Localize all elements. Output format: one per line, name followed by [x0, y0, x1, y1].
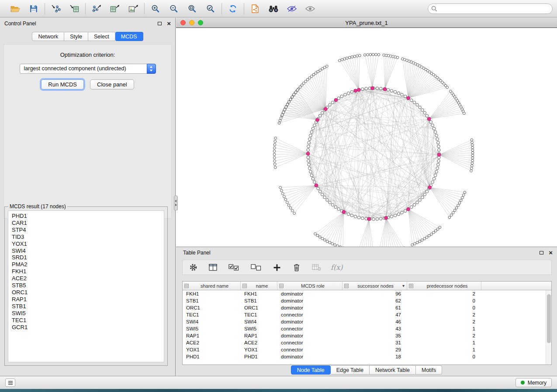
close-table-panel-icon[interactable]: × — [549, 251, 553, 255]
zoom-fit-icon[interactable] — [187, 3, 198, 14]
table-cell: RAP1 — [183, 332, 241, 339]
mcds-result-title: MCDS result (17 nodes) — [8, 203, 67, 210]
delete-column-icon[interactable] — [291, 262, 302, 273]
mcds-result-item[interactable]: GCR1 — [8, 324, 164, 331]
export-table-icon[interactable] — [109, 3, 121, 14]
memory-button-label: Memory — [528, 380, 547, 386]
tab-select[interactable]: Select — [88, 32, 115, 41]
binoculars-icon[interactable] — [268, 3, 279, 14]
mcds-result-item[interactable]: FKH1 — [8, 268, 164, 275]
minimize-window-icon[interactable] — [189, 20, 194, 25]
maximize-window-icon[interactable] — [198, 20, 203, 25]
column-grid-icon — [344, 284, 349, 288]
table-tab-network-table[interactable]: Network Table — [370, 365, 416, 375]
zoom-out-icon[interactable] — [168, 3, 180, 14]
deselect-all-rows-icon[interactable] — [249, 262, 263, 273]
table-cell: SWI4 — [241, 318, 277, 325]
run-mcds-button[interactable]: Run MCDS — [41, 79, 84, 89]
close-window-icon[interactable] — [180, 20, 186, 25]
mcds-result-item[interactable]: CAR1 — [8, 220, 164, 227]
share-document-icon[interactable] — [249, 3, 261, 14]
add-column-icon[interactable] — [272, 262, 282, 273]
save-icon[interactable] — [28, 3, 39, 14]
mcds-result-item[interactable]: STP4 — [8, 227, 164, 234]
table-row[interactable]: SWI4SWI4dominator462 — [183, 318, 546, 325]
column-header-successor-nodes[interactable]: successor nodes▾ — [343, 282, 407, 290]
table-scrollbar[interactable] — [546, 290, 551, 364]
mcds-result-item[interactable]: PHD1 — [8, 213, 164, 220]
column-label: name — [247, 283, 277, 289]
hide-details-icon[interactable] — [286, 3, 298, 14]
table-row[interactable]: STB1STB1dominator620 — [183, 297, 546, 304]
table-row[interactable]: ORC1ORC1dominator610 — [183, 304, 546, 311]
import-network-icon[interactable] — [50, 3, 62, 14]
table-row[interactable]: TEC1TEC1connector472 — [183, 311, 546, 318]
tab-style[interactable]: Style — [64, 32, 88, 41]
mcds-result-item[interactable]: SWI4 — [8, 248, 164, 254]
mcds-result-item[interactable]: TID3 — [8, 234, 164, 241]
mcds-result-item[interactable]: SWI5 — [8, 310, 164, 317]
mcds-result-item[interactable]: STB5 — [8, 282, 164, 289]
open-folder-icon[interactable] — [10, 3, 21, 14]
column-header-name[interactable]: name — [241, 282, 277, 290]
table-cell: PHD1 — [241, 353, 277, 360]
mcds-result-item[interactable]: STB1 — [8, 303, 164, 310]
mcds-result-item[interactable]: TEC1 — [8, 317, 164, 324]
table-row[interactable]: ACE2ACE2connector311 — [183, 339, 546, 346]
control-panel-header: Control Panel × — [0, 18, 175, 29]
table-cell: ORC1 — [241, 304, 277, 311]
table-row[interactable]: FKH1FKH1dominator962 — [183, 290, 546, 297]
memory-button[interactable]: Memory — [515, 378, 552, 387]
refresh-icon[interactable] — [227, 3, 239, 14]
show-details-icon[interactable] — [304, 3, 316, 14]
zoom-in-icon[interactable] — [150, 3, 161, 14]
column-header-MCDS-role[interactable]: MCDS role — [277, 282, 343, 290]
table-tab-node-table[interactable]: Node Table — [291, 365, 331, 375]
mcds-result-item[interactable]: PMA2 — [8, 261, 164, 268]
tab-network[interactable]: Network — [32, 32, 64, 41]
criterion-dropdown[interactable]: largest connected component (undirected) — [20, 64, 156, 74]
table-tabs: Node TableEdge TableNetwork TableMotifs — [176, 365, 557, 375]
table-scrollbar-thumb[interactable] — [547, 294, 551, 343]
close-panel-button[interactable]: Close panel — [90, 79, 134, 89]
zoom-selected-icon[interactable] — [205, 3, 216, 14]
table-row[interactable]: YOX1YOX1connector291 — [183, 346, 546, 353]
criterion-dropdown-value: largest connected component (undirected) — [20, 64, 156, 73]
panel-splitter-handle[interactable] — [174, 196, 178, 210]
close-panel-icon[interactable]: × — [167, 21, 171, 26]
main-toolbar — [0, 0, 557, 17]
float-table-panel-icon[interactable] — [540, 251, 543, 254]
import-table-icon[interactable] — [69, 3, 80, 14]
mcds-result-item[interactable]: SRD1 — [8, 254, 164, 261]
table-row[interactable]: SWI5SWI5connector431 — [183, 325, 546, 332]
mcds-result-list: PHD1CAR1STP4TID3YOX1SWI4SRD1PMA2FKH1ACE2… — [8, 210, 164, 362]
table-panel: Table Panel × f(x) shared namenameMC — [176, 247, 557, 376]
status-bar: Memory — [0, 376, 557, 389]
table-settings-gear-icon[interactable] — [188, 262, 198, 273]
table-cell: 2 — [407, 332, 481, 339]
table-row[interactable]: PHD1PHD1dominator180 — [183, 353, 546, 360]
export-network-icon[interactable] — [91, 3, 102, 14]
panel-menu-button[interactable] — [5, 378, 15, 387]
tab-mcds[interactable]: MCDS — [115, 32, 143, 41]
mcds-result-item[interactable]: ORC1 — [8, 289, 164, 296]
table-tab-motifs[interactable]: Motifs — [416, 365, 442, 375]
mcds-result-item[interactable]: ACE2 — [8, 275, 164, 282]
table-cell: FKH1 — [183, 290, 241, 297]
table-row[interactable]: RAP1RAP1dominator352 — [183, 332, 546, 339]
table-cell: connector — [277, 346, 343, 353]
select-all-rows-icon[interactable] — [227, 262, 240, 273]
float-panel-icon[interactable] — [158, 22, 162, 25]
column-header-predecessor-nodes[interactable]: predecessor nodes — [407, 282, 481, 290]
network-canvas[interactable] — [176, 28, 557, 247]
column-header-shared-name[interactable]: shared name — [183, 282, 241, 290]
choose-columns-icon[interactable] — [208, 262, 218, 273]
table-cell: dominator — [277, 353, 343, 360]
mcds-result-item[interactable]: YOX1 — [8, 241, 164, 248]
mcds-result-item[interactable]: RAP1 — [8, 296, 164, 303]
table-cell: RAP1 — [241, 332, 277, 339]
export-image-icon[interactable] — [128, 3, 139, 14]
table-tab-edge-table[interactable]: Edge Table — [331, 365, 370, 375]
search-input[interactable] — [428, 3, 553, 14]
table-cell: YOX1 — [241, 346, 277, 353]
